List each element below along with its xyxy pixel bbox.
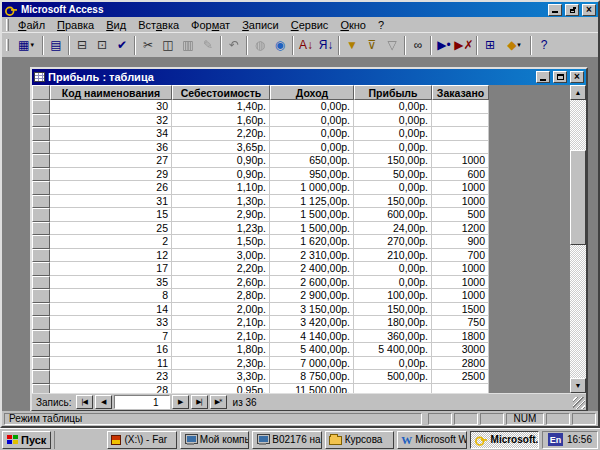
table-cell[interactable]: 1 500,00р. [270,222,354,236]
table-cell[interactable]: 0,00р. [354,114,432,128]
table-cell[interactable]: 1,50р. [172,235,270,249]
taskbar-button-word[interactable]: WMicrosoft W... [397,431,466,449]
record-selector[interactable] [32,195,50,209]
table-cell[interactable] [354,384,432,394]
table-cell[interactable]: 8 750,00р. [270,370,354,384]
table-cell[interactable]: 4 140,00р. [270,330,354,344]
table-cell[interactable]: 2,20р. [172,127,270,141]
table-cell[interactable]: 1 000,00р. [270,181,354,195]
record-selector[interactable] [32,222,50,236]
select-all-corner[interactable] [32,85,50,100]
table-cell[interactable]: 600 [432,168,489,182]
table-cell[interactable]: 2 600,00р. [270,276,354,290]
table-cell[interactable]: 26 [50,181,172,195]
previous-record-button[interactable]: ◀ [95,395,112,409]
taskbar-button-network-drive[interactable]: В02176 на '... [252,431,321,449]
column-header[interactable]: Доход [270,85,354,100]
column-header[interactable]: Себестоимость [172,85,270,100]
table-cell[interactable]: 50,00р. [354,168,432,182]
vertical-scrollbar[interactable]: ▲ ▼ [570,85,586,393]
table-maximize-button[interactable] [553,71,567,83]
toolbar-drag-handle[interactable] [6,39,9,51]
scroll-up-button[interactable]: ▲ [570,85,586,100]
taskbar-button-access[interactable]: Microsoft... [470,431,539,449]
table-cell[interactable]: 2,20р. [172,262,270,276]
table-cell[interactable]: 2,10р. [172,330,270,344]
table-cell[interactable]: 0,00р. [270,114,354,128]
table-cell[interactable]: 7 000,00р. [270,357,354,371]
record-selector[interactable] [32,289,50,303]
table-cell[interactable]: 17 [50,262,172,276]
next-record-button[interactable]: ▶ [172,395,189,409]
table-cell[interactable]: 3,30р. [172,370,270,384]
help-button[interactable]: ? [534,35,554,56]
table-cell[interactable]: 1,60р. [172,114,270,128]
record-selector[interactable] [32,343,50,357]
table-cell[interactable]: 35 [50,276,172,290]
new-object-button[interactable]: ◆▾ [500,35,528,56]
record-selector[interactable] [32,357,50,371]
table-cell[interactable]: 11 500,00р. [270,384,354,394]
table-cell[interactable]: 1,23р. [172,222,270,236]
table-cell[interactable]: 29 [50,168,172,182]
table-cell[interactable]: 0,00р. [270,127,354,141]
table-cell[interactable]: 25 [50,222,172,236]
record-selector[interactable] [32,303,50,317]
table-cell[interactable]: 34 [50,127,172,141]
table-cell[interactable]: 27 [50,154,172,168]
view-table-button[interactable]: ▦▾ [12,35,40,56]
scroll-down-button[interactable]: ▼ [570,378,586,393]
table-cell[interactable]: 32 [50,114,172,128]
record-selector[interactable] [32,249,50,263]
taskbar-button-folder-kursova[interactable]: Курсова [325,431,394,449]
table-cell[interactable]: 600,00р. [354,208,432,222]
menu-item-view[interactable]: Вид [100,18,132,32]
record-selector[interactable] [32,100,50,114]
table-cell[interactable]: 650,00р. [270,154,354,168]
menu-item-edit[interactable]: Правка [51,18,100,32]
spelling-button[interactable]: ✔ [112,35,132,56]
table-cell[interactable]: 180,00р. [354,316,432,330]
table-cell[interactable]: 3000 [432,343,489,357]
table-cell[interactable]: 150,00р. [354,154,432,168]
table-cell[interactable]: 0,00р. [354,357,432,371]
table-cell[interactable]: 700 [432,249,489,263]
start-button[interactable]: Пуск [2,431,51,449]
table-cell[interactable]: 1,80р. [172,343,270,357]
table-cell[interactable]: 2 310,00р. [270,249,354,263]
table-cell[interactable]: 1 125,00р. [270,195,354,209]
table-cell[interactable]: 1000 [432,181,489,195]
table-cell[interactable] [432,384,489,394]
table-cell[interactable]: 210,00р. [354,249,432,263]
table-cell[interactable]: 36 [50,141,172,155]
table-cell[interactable]: 0,00р. [270,141,354,155]
table-cell[interactable]: 1000 [432,276,489,290]
table-cell[interactable]: 0,00р. [270,100,354,114]
table-cell[interactable]: 100,00р. [354,289,432,303]
table-cell[interactable]: 360,00р. [354,330,432,344]
record-selector[interactable] [32,127,50,141]
table-cell[interactable]: 150,00р. [354,195,432,209]
table-cell[interactable]: 1800 [432,330,489,344]
minimize-button[interactable] [548,4,562,16]
table-cell[interactable]: 2 [50,235,172,249]
table-cell[interactable]: 2,90р. [172,208,270,222]
menu-item-format[interactable]: Формат [185,18,236,32]
table-cell[interactable]: 14 [50,303,172,317]
taskbar-button-my-computer[interactable]: Мой компь... [180,431,249,449]
menu-item-insert[interactable]: Вставка [132,18,185,32]
table-cell[interactable] [432,141,489,155]
table-cell[interactable]: 1 500,00р. [270,208,354,222]
table-cell[interactable]: 500 [432,208,489,222]
table-cell[interactable]: 28 [50,384,172,394]
table-cell[interactable]: 1 620,00р. [270,235,354,249]
table-cell[interactable] [432,100,489,114]
table-cell[interactable]: 2500 [432,370,489,384]
column-header[interactable]: Код наименования [50,85,172,100]
table-cell[interactable]: 2,00р. [172,303,270,317]
table-cell[interactable]: 5 400,00р. [354,343,432,357]
table-cell[interactable]: 0,00р. [354,100,432,114]
table-cell[interactable]: 3,65р. [172,141,270,155]
sort-descending-button[interactable]: Я↓ [316,35,336,56]
record-selector[interactable] [32,316,50,330]
